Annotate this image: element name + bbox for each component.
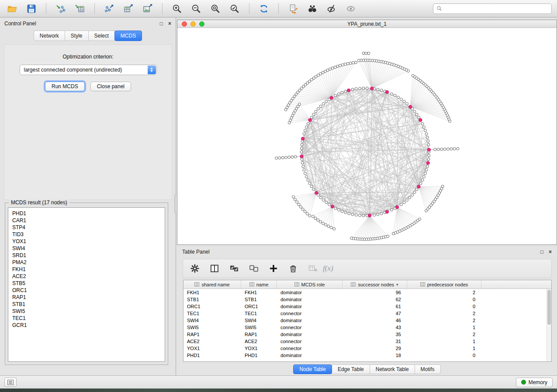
mcds-result-item[interactable]: GCR1: [8, 322, 165, 329]
function-builder-button[interactable]: f(x): [323, 264, 333, 273]
export-table-button[interactable]: [121, 2, 135, 16]
table-row[interactable]: ACE2ACE2connector311: [183, 338, 551, 345]
mcds-result-item[interactable]: PMA2: [8, 259, 165, 266]
optimization-criterion-label: Optimization criterion:: [4, 54, 172, 60]
zoom-in-button[interactable]: [170, 2, 184, 16]
mcds-result-item[interactable]: YOX1: [8, 238, 165, 245]
table-row[interactable]: SWI4SWI4dominator462: [183, 317, 551, 324]
search-box[interactable]: [433, 3, 552, 14]
table-cell: dominator: [277, 318, 343, 323]
column-header-MCDS-role[interactable]: MCDS role: [277, 280, 343, 289]
save-session-button[interactable]: [24, 2, 38, 16]
export-network-button[interactable]: [102, 2, 116, 16]
memory-button[interactable]: Memory: [516, 378, 553, 387]
delete-table-button[interactable]: [306, 262, 319, 275]
import-table-button[interactable]: [73, 2, 87, 16]
table-cell: FKH1: [183, 290, 241, 295]
tab-mcds[interactable]: MCDS: [114, 31, 142, 41]
column-header-shared-name[interactable]: shared name: [183, 280, 241, 289]
open-file-button[interactable]: [5, 2, 19, 16]
deselect-all-rows-button[interactable]: [247, 262, 260, 275]
mcds-result-title: MCDS result (17 nodes): [9, 199, 69, 206]
mcds-result-list[interactable]: PHD1CAR1STP4TID3YOX1SWI4SRD1PMA2FKH1ACE2…: [8, 207, 165, 362]
mcds-result-item[interactable]: SWI5: [8, 308, 165, 315]
table-settings-button[interactable]: [188, 262, 201, 275]
panel-splitter-handle[interactable]: [174, 194, 178, 213]
float-panel-icon[interactable]: □: [540, 249, 543, 254]
automation-panel-button[interactable]: [4, 378, 17, 387]
show-hide-button[interactable]: [344, 2, 358, 16]
tab-edge-table[interactable]: Edge Table: [332, 364, 370, 374]
table-panel-tabs: Node TableEdge TableNetwork TableMotifs: [177, 364, 557, 374]
table-cell: ORC1: [241, 304, 277, 309]
window-close-button[interactable]: [182, 21, 187, 27]
network-view[interactable]: [177, 28, 557, 244]
criterion-select[interactable]: largest connected component (undirected): [20, 65, 157, 75]
search-network-button[interactable]: [305, 2, 319, 16]
column-header-successor-nodes[interactable]: successor nodes▾: [343, 280, 407, 289]
mcds-result-item[interactable]: ACE2: [8, 273, 165, 280]
visual-properties-button[interactable]: [325, 2, 339, 16]
close-panel-icon[interactable]: ×: [168, 21, 171, 26]
mcds-result-item[interactable]: SRD1: [8, 252, 165, 259]
mcds-result-item[interactable]: TEC1: [8, 315, 165, 322]
table-scrollbar[interactable]: [547, 289, 551, 361]
export-table-icon: [123, 3, 134, 14]
table-row[interactable]: STB1STB1dominator620: [183, 296, 551, 303]
node-table-body: FKH1FKH1dominator962STB1STB1dominator620…: [183, 289, 551, 359]
mcds-result-item[interactable]: STB1: [8, 301, 165, 308]
mcds-result-item[interactable]: CAR1: [8, 217, 165, 224]
table-row[interactable]: PHD1PHD1dominator180: [183, 352, 551, 359]
create-column-button[interactable]: [267, 262, 280, 275]
table-cell: SWI4: [241, 318, 277, 323]
scrollbar-thumb[interactable]: [547, 290, 551, 325]
close-panel-icon[interactable]: ×: [549, 249, 552, 254]
export-image-button[interactable]: [141, 2, 155, 16]
mcds-result-item[interactable]: SWI4: [8, 245, 165, 252]
mcds-result-item[interactable]: STB5: [8, 280, 165, 287]
delete-columns-button[interactable]: [287, 262, 300, 275]
select-all-rows-button[interactable]: [228, 262, 241, 275]
apply-layout-button[interactable]: [257, 2, 271, 16]
tab-network[interactable]: Network: [34, 31, 65, 41]
search-input[interactable]: [445, 6, 548, 12]
tab-style[interactable]: Style: [65, 31, 89, 41]
window-maximize-button[interactable]: [199, 21, 204, 27]
import-network-button[interactable]: [54, 2, 68, 16]
table-cell: connector: [277, 325, 343, 330]
tab-select[interactable]: Select: [88, 31, 115, 41]
mcds-result-item[interactable]: RAP1: [8, 294, 165, 301]
mcds-result-item[interactable]: STP4: [8, 224, 165, 231]
mcds-result-item[interactable]: ORC1: [8, 287, 165, 294]
table-cell: 31: [343, 339, 407, 344]
zoom-in-icon: [172, 3, 182, 14]
zoom-selected-button[interactable]: [228, 2, 242, 16]
zoom-fit-button[interactable]: [208, 2, 222, 16]
mcds-result-box: MCDS result (17 nodes) PHD1CAR1STP4TID3Y…: [5, 203, 168, 365]
mcds-result-item[interactable]: FKH1: [8, 266, 165, 273]
table-row[interactable]: TEC1TEC1connector472: [183, 310, 551, 317]
list-icon: [7, 380, 14, 385]
table-row[interactable]: SWI5SWI5connector431: [183, 324, 551, 331]
run-mcds-button[interactable]: Run MCDS: [45, 82, 85, 91]
delete-columns-icon: [288, 263, 298, 274]
window-minimize-button[interactable]: [190, 21, 196, 27]
tab-network-table[interactable]: Network Table: [370, 364, 415, 374]
mcds-result-item[interactable]: PHD1: [8, 210, 165, 217]
show-columns-button[interactable]: [208, 262, 221, 275]
table-row[interactable]: YOX1YOX1connector291: [183, 345, 551, 352]
toolbar-separator: [162, 3, 163, 14]
float-panel-icon[interactable]: □: [160, 21, 163, 26]
column-header-name[interactable]: name: [241, 280, 277, 289]
column-header-predecessor-nodes[interactable]: predecessor nodes: [407, 280, 481, 289]
table-row[interactable]: FKH1FKH1dominator962: [183, 289, 551, 296]
copy-document-button[interactable]: [286, 2, 300, 16]
zoom-out-button[interactable]: [189, 2, 203, 16]
close-panel-button[interactable]: Close panel: [90, 82, 131, 91]
tab-node-table[interactable]: Node Table: [293, 364, 332, 374]
tab-motifs[interactable]: Motifs: [415, 364, 441, 374]
delete-table-icon: [308, 263, 318, 274]
mcds-result-item[interactable]: TID3: [8, 231, 165, 238]
table-row[interactable]: ORC1ORC1dominator610: [183, 303, 551, 310]
table-row[interactable]: RAP1RAP1dominator352: [183, 331, 551, 338]
